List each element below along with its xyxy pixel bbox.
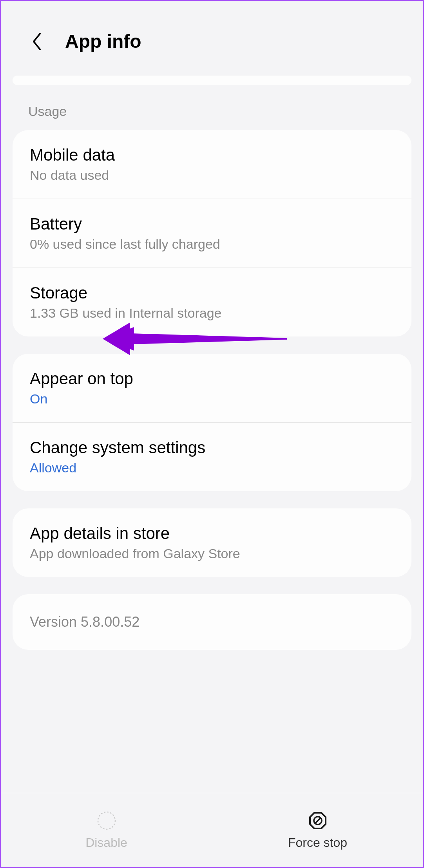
force-stop-icon <box>308 810 328 831</box>
usage-section-label: Usage <box>1 85 423 130</box>
mobile-data-item[interactable]: Mobile data No data used <box>13 130 411 199</box>
change-system-settings-subtitle: Allowed <box>30 460 394 476</box>
version-card: Version 5.8.00.52 <box>13 594 411 650</box>
battery-subtitle: 0% used since last fully charged <box>30 237 394 252</box>
store-card: App details in store App downloaded from… <box>13 508 411 577</box>
appear-on-top-title: Appear on top <box>30 369 394 388</box>
app-details-store-subtitle: App downloaded from Galaxy Store <box>30 546 394 561</box>
version-text: Version 5.8.00.52 <box>30 614 394 630</box>
disable-button[interactable]: Disable <box>1 793 212 867</box>
bottom-bar: Disable Force stop <box>1 793 423 867</box>
storage-item[interactable]: Storage 1.33 GB used in Internal storage <box>13 268 411 336</box>
appear-on-top-subtitle: On <box>30 391 394 407</box>
storage-subtitle: 1.33 GB used in Internal storage <box>30 306 394 321</box>
mobile-data-title: Mobile data <box>30 146 394 165</box>
disable-label: Disable <box>85 835 127 850</box>
page-title: App info <box>65 31 141 52</box>
top-divider <box>13 76 411 85</box>
mobile-data-subtitle: No data used <box>30 168 394 183</box>
battery-title: Battery <box>30 215 394 233</box>
battery-item[interactable]: Battery 0% used since last fully charged <box>13 199 411 268</box>
change-system-settings-item[interactable]: Change system settings Allowed <box>13 423 411 491</box>
disable-icon <box>96 810 117 831</box>
svg-point-0 <box>98 812 115 829</box>
force-stop-label: Force stop <box>288 835 347 850</box>
usage-card: Mobile data No data used Battery 0% used… <box>13 130 411 336</box>
force-stop-button[interactable]: Force stop <box>212 793 423 867</box>
change-system-settings-title: Change system settings <box>30 438 394 457</box>
svg-line-3 <box>315 818 321 823</box>
back-icon[interactable] <box>28 33 45 50</box>
header: App info <box>1 1 423 76</box>
storage-title: Storage <box>30 284 394 302</box>
app-details-store-title: App details in store <box>30 524 394 543</box>
advanced-card: Appear on top On Change system settings … <box>13 354 411 491</box>
app-details-store-item[interactable]: App details in store App downloaded from… <box>13 508 411 577</box>
appear-on-top-item[interactable]: Appear on top On <box>13 354 411 422</box>
